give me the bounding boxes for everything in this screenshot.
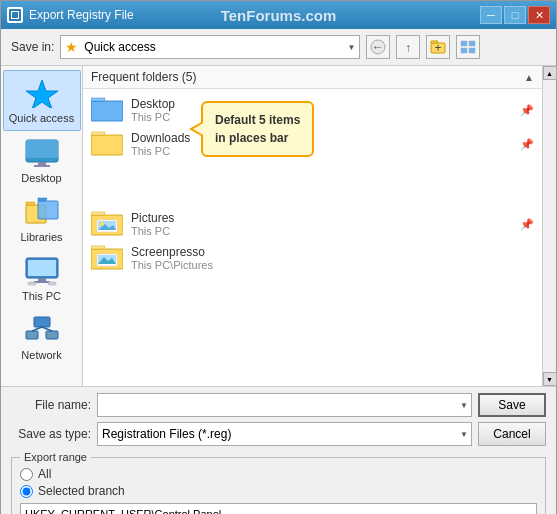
- quick-access-label: Quick access: [9, 112, 74, 124]
- save-as-type-select[interactable]: Registration Files (*.reg): [97, 422, 472, 446]
- save-button[interactable]: Save: [478, 393, 546, 417]
- svg-text:+: +: [435, 41, 442, 55]
- network-icon: [22, 314, 62, 346]
- selected-branch-radio-item[interactable]: Selected branch: [20, 484, 537, 498]
- save-as-type-wrapper: Registration Files (*.reg) ▼: [97, 422, 472, 446]
- svg-rect-28: [34, 317, 50, 327]
- file-name-row: File name: ▼ Save: [11, 393, 546, 417]
- svg-text:←: ←: [372, 40, 384, 54]
- window-icon: [7, 7, 23, 23]
- save-as-type-label: Save as type:: [11, 427, 91, 441]
- view-options-button[interactable]: [456, 35, 480, 59]
- save-in-dropdown-arrow-icon: ▼: [347, 43, 355, 52]
- svg-rect-20: [38, 201, 58, 219]
- quick-access-icon: [22, 77, 62, 109]
- file-sub: This PC: [131, 225, 512, 237]
- minimize-button[interactable]: ─: [480, 6, 502, 24]
- desktop-label: Desktop: [21, 172, 61, 184]
- sidebar-item-this-pc[interactable]: This PC: [3, 249, 81, 308]
- svg-line-32: [42, 327, 52, 331]
- svg-rect-26: [28, 282, 36, 285]
- svg-marker-36: [91, 132, 105, 135]
- scrollbar[interactable]: ▲ ▼: [542, 66, 556, 386]
- back-button[interactable]: ←: [366, 35, 390, 59]
- quick-access-star-icon: ★: [65, 39, 78, 55]
- file-name-wrapper: ▼: [97, 393, 472, 417]
- network-label: Network: [21, 349, 61, 361]
- sidebar-item-network[interactable]: Network: [3, 308, 81, 367]
- svg-rect-11: [461, 48, 467, 53]
- svg-rect-30: [46, 331, 58, 339]
- section-header: Frequent folders (5) ▲: [83, 66, 542, 89]
- pin-icon: 📌: [520, 104, 534, 117]
- section-title: Frequent folders (5): [91, 70, 196, 84]
- save-in-location: Quick access: [84, 40, 341, 54]
- sidebar-item-desktop[interactable]: Desktop: [3, 131, 81, 190]
- cancel-button[interactable]: Cancel: [478, 422, 546, 446]
- svg-marker-13: [26, 80, 58, 108]
- title-bar: Export Registry File TenForums.com ─ □ ✕: [1, 1, 556, 29]
- collapse-button[interactable]: ▲: [524, 72, 534, 83]
- create-folder-button[interactable]: +: [426, 35, 450, 59]
- file-name-input[interactable]: [97, 393, 472, 417]
- main-content: Quick access Desktop: [1, 66, 556, 386]
- svg-marker-21: [38, 198, 47, 201]
- svg-rect-29: [26, 331, 38, 339]
- svg-rect-12: [469, 48, 475, 53]
- this-pc-icon: [22, 255, 62, 287]
- svg-rect-15: [26, 140, 58, 158]
- file-item-info: Pictures This PC: [131, 211, 512, 237]
- file-name: Screenpresso: [131, 245, 534, 259]
- desktop-icon: [22, 137, 62, 169]
- selected-branch-radio[interactable]: [20, 485, 33, 498]
- callout-tooltip: Default 5 itemsin places bar: [201, 101, 314, 157]
- screenpresso-folder-icon: [91, 244, 123, 272]
- watermark: TenForums.com: [221, 7, 337, 24]
- pictures-folder-icon: [91, 210, 123, 238]
- svg-rect-16: [38, 162, 46, 165]
- svg-rect-23: [28, 260, 56, 276]
- maximize-button[interactable]: □: [504, 6, 526, 24]
- close-button[interactable]: ✕: [528, 6, 550, 24]
- pin-icon: 📌: [520, 138, 534, 151]
- save-as-type-row: Save as type: Registration Files (*.reg)…: [11, 422, 546, 446]
- scroll-up-button[interactable]: ▲: [543, 66, 557, 80]
- save-in-combo[interactable]: ★ Quick access ▼: [60, 35, 360, 59]
- scroll-down-button[interactable]: ▼: [543, 372, 557, 386]
- file-name: Pictures: [131, 211, 512, 225]
- radio-group: All Selected branch: [20, 465, 537, 500]
- svg-rect-27: [48, 282, 56, 285]
- file-list: Desktop This PC 📌 Default 5 itemsin plac…: [83, 89, 542, 386]
- file-name-label: File name:: [11, 398, 91, 412]
- svg-marker-34: [91, 98, 105, 101]
- spacer: [83, 161, 542, 207]
- branch-input[interactable]: [20, 503, 537, 514]
- sidebar-item-quick-access[interactable]: Quick access: [3, 70, 81, 131]
- svg-rect-24: [38, 278, 46, 281]
- all-radio-item[interactable]: All: [20, 467, 537, 481]
- file-sub: This PC\Pictures: [131, 259, 534, 271]
- sidebar-item-libraries[interactable]: Libraries: [3, 190, 81, 249]
- file-panel: Frequent folders (5) ▲ Desktop: [83, 66, 542, 386]
- folder-icon: [91, 130, 123, 158]
- svg-rect-10: [469, 41, 475, 46]
- file-item-info: Screenpresso This PC\Pictures: [131, 245, 534, 271]
- libraries-icon: [22, 196, 62, 228]
- svg-point-42: [100, 222, 104, 226]
- libraries-label: Libraries: [20, 231, 62, 243]
- svg-marker-38: [91, 212, 105, 215]
- svg-line-31: [32, 327, 42, 331]
- svg-rect-2: [12, 12, 18, 18]
- svg-rect-25: [34, 281, 50, 283]
- dialog-window: Export Registry File TenForums.com ─ □ ✕…: [0, 0, 557, 514]
- list-item[interactable]: Pictures This PC 📌: [83, 207, 542, 241]
- places-bar: Quick access Desktop: [1, 66, 83, 386]
- folder-icon: [91, 96, 123, 124]
- all-radio[interactable]: [20, 468, 33, 481]
- export-range-legend: Export range: [20, 451, 91, 463]
- callout-text: Default 5 itemsin places bar: [215, 113, 300, 145]
- svg-marker-19: [26, 202, 35, 205]
- up-button[interactable]: ↑: [396, 35, 420, 59]
- list-item[interactable]: Screenpresso This PC\Pictures: [83, 241, 542, 275]
- svg-rect-17: [34, 165, 50, 167]
